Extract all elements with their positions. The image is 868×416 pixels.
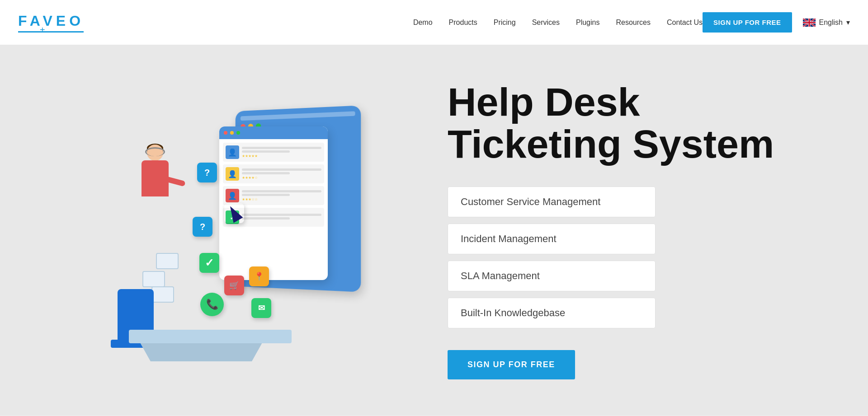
hero-section: 👤 ★★★★★ 👤 ★★★★☆ bbox=[0, 45, 868, 416]
desk-surface bbox=[129, 330, 292, 343]
hero-content: Help Desk Ticketing System Customer Serv… bbox=[420, 81, 823, 379]
logo-line bbox=[18, 31, 84, 33]
screen-row-1: 👤 ★★★★★ bbox=[223, 143, 324, 162]
screen-row-2: 👤 ★★★★☆ bbox=[223, 164, 324, 183]
screen-top-bar bbox=[219, 126, 328, 139]
nav-link-pricing[interactable]: Pricing bbox=[494, 19, 516, 26]
screen-row-3: 👤 ★★★☆☆ bbox=[223, 186, 324, 205]
feature-pill-2: SLA Management bbox=[448, 261, 656, 291]
text-lines-3: ★★★☆☆ bbox=[242, 190, 321, 201]
envelope-2 bbox=[142, 271, 165, 287]
nav-item-plugins[interactable]: Plugins bbox=[576, 19, 599, 27]
cursor-arrow bbox=[226, 203, 243, 223]
question-icon-2: ? bbox=[193, 217, 212, 237]
phone-icon: 📞 bbox=[200, 293, 224, 316]
text-line-2 bbox=[242, 168, 321, 171]
dot-yellow bbox=[230, 131, 234, 135]
pin-icon: 📍 bbox=[249, 266, 269, 286]
stars-3: ★★★☆☆ bbox=[242, 197, 321, 201]
text-lines-4 bbox=[242, 214, 321, 221]
text-line-4 bbox=[242, 214, 321, 216]
check-icon: ✓ bbox=[199, 253, 219, 273]
text-line-short bbox=[242, 150, 290, 153]
text-line-short-4 bbox=[242, 217, 290, 220]
flag-icon bbox=[803, 19, 816, 27]
dot-green bbox=[236, 131, 240, 135]
nav-item-contact[interactable]: Contact Us bbox=[667, 19, 703, 27]
text-line bbox=[242, 147, 321, 149]
nav-item-products[interactable]: Products bbox=[449, 19, 477, 27]
nav-item-pricing[interactable]: Pricing bbox=[494, 19, 516, 27]
hero-title-line1: Help Desk bbox=[448, 79, 640, 124]
chevron-down-icon: ▾ bbox=[846, 18, 850, 27]
stars-1: ★★★★★ bbox=[242, 154, 321, 158]
avatar-blue: 👤 bbox=[226, 145, 239, 159]
text-line-short-3 bbox=[242, 194, 290, 196]
illustration-container: 👤 ★★★★★ 👤 ★★★★☆ bbox=[93, 90, 373, 370]
feature-pill-3: Built-In Knowledgebase bbox=[448, 298, 656, 328]
nav-link-resources[interactable]: Resources bbox=[616, 19, 650, 26]
person-headset bbox=[145, 147, 165, 156]
text-lines-2: ★★★★☆ bbox=[242, 168, 321, 180]
nav-links: Demo Products Pricing Services Plugins R… bbox=[413, 19, 703, 27]
language-label: English bbox=[819, 19, 843, 27]
feature-pill-0: Customer Service Management bbox=[448, 187, 656, 217]
text-lines-1: ★★★★★ bbox=[242, 147, 321, 158]
nav-link-products[interactable]: Products bbox=[449, 19, 477, 26]
hero-title: Help Desk Ticketing System bbox=[448, 81, 823, 165]
logo[interactable]: FAVEO bbox=[18, 13, 84, 33]
feature-pill-1: Incident Management bbox=[448, 224, 656, 254]
avatar-red: 👤 bbox=[226, 189, 239, 202]
navbar: FAVEO Demo Products Pricing Services Plu… bbox=[0, 0, 868, 45]
nav-link-services[interactable]: Services bbox=[532, 19, 560, 26]
nav-item-demo[interactable]: Demo bbox=[413, 19, 433, 27]
feature-pills-list: Customer Service Management Incident Man… bbox=[448, 187, 823, 328]
envelope-1 bbox=[156, 253, 179, 269]
text-line-short-2 bbox=[242, 172, 290, 174]
hero-illustration: 👤 ★★★★★ 👤 ★★★★☆ bbox=[45, 90, 420, 370]
cart-icon: 🛒 bbox=[224, 276, 244, 295]
nav-link-demo[interactable]: Demo bbox=[413, 19, 433, 26]
language-selector[interactable]: English ▾ bbox=[803, 18, 850, 27]
cursor-icon bbox=[224, 203, 244, 223]
logo-text: FAVEO bbox=[18, 13, 84, 29]
nav-item-services[interactable]: Services bbox=[532, 19, 560, 27]
question-icon-1: ? bbox=[197, 163, 217, 182]
stars-2: ★★★★☆ bbox=[242, 176, 321, 180]
signup-button-hero[interactable]: SIGN UP FOR FREE bbox=[448, 350, 575, 379]
dot-red bbox=[224, 131, 227, 135]
hero-title-line2: Ticketing System bbox=[448, 122, 774, 166]
nav-link-contact[interactable]: Contact Us bbox=[667, 19, 703, 26]
signup-button-nav[interactable]: SIGN UP FOR FREE bbox=[703, 12, 792, 33]
avatar-yellow: 👤 bbox=[226, 167, 239, 181]
envelope-3 bbox=[151, 286, 174, 303]
mail-icon: ✉ bbox=[251, 298, 271, 318]
text-line-3 bbox=[242, 190, 321, 192]
nav-item-resources[interactable]: Resources bbox=[616, 19, 650, 27]
nav-link-plugins[interactable]: Plugins bbox=[576, 19, 599, 26]
